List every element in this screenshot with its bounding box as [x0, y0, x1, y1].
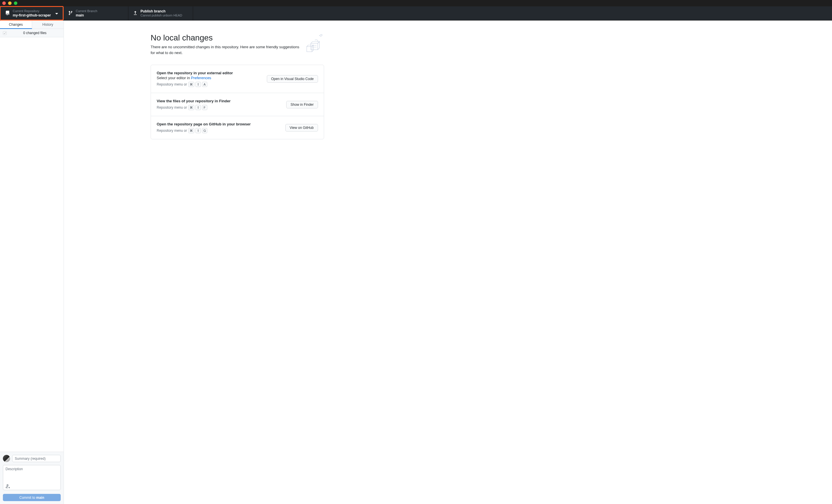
- chevron-down-icon: [55, 11, 58, 16]
- upload-icon: [133, 11, 138, 16]
- commit-description-input[interactable]: [3, 465, 61, 490]
- commit-button[interactable]: Commit to main: [3, 494, 61, 501]
- tab-changes[interactable]: Changes: [0, 21, 32, 29]
- card-title: View the files of your repository in Fin…: [157, 99, 282, 103]
- window-close-button[interactable]: [2, 1, 6, 5]
- card-title: Open the repository page on GitHub in yo…: [157, 122, 281, 126]
- card-view-github: Open the repository page on GitHub in yo…: [151, 116, 324, 139]
- publish-branch-button[interactable]: Publish branch Cannot publish unborn HEA…: [128, 6, 193, 20]
- page-title: No local changes: [151, 33, 300, 43]
- avatar: [3, 455, 10, 462]
- view-on-github-button[interactable]: View on GitHub: [285, 124, 318, 132]
- kbd-letter: A: [202, 82, 207, 87]
- suggestion-cards: Open the repository in your external edi…: [151, 65, 324, 139]
- kbd-letter: G: [202, 128, 208, 133]
- changes-header: 0 changed files: [0, 29, 63, 37]
- toolbar: Current Repository my-first-github-scrap…: [0, 6, 832, 21]
- show-in-finder-button[interactable]: Show in Finder: [286, 101, 318, 108]
- branch-label: Current Branch: [76, 9, 124, 13]
- card-show-finder: View the files of your repository in Fin…: [151, 93, 324, 116]
- add-coauthor-icon[interactable]: [5, 484, 10, 489]
- branch-icon: [68, 11, 73, 16]
- kbd-shift: ⇧: [196, 82, 201, 87]
- page-subtitle: There are no uncommitted changes in this…: [151, 44, 300, 55]
- kbd-cmd: ⌘: [188, 105, 194, 110]
- current-repository-dropdown[interactable]: Current Repository my-first-github-scrap…: [0, 6, 63, 21]
- preferences-link[interactable]: Preferences: [191, 76, 211, 80]
- commit-button-branch: main: [36, 496, 44, 500]
- svg-rect-1: [307, 47, 312, 52]
- titlebar: [0, 0, 832, 6]
- sidebar-tabs: Changes History: [0, 21, 63, 29]
- tab-history[interactable]: History: [32, 21, 64, 29]
- card-title: Open the repository in your external edi…: [157, 71, 262, 75]
- branch-name: main: [76, 13, 124, 17]
- card-subtitle: Select your editor in Preferences: [157, 76, 262, 80]
- main-content: No local changes There are no uncommitte…: [64, 21, 832, 504]
- repo-label: Current Repository: [13, 9, 52, 13]
- commit-button-prefix: Commit to: [19, 496, 36, 500]
- publish-status: Cannot publish unborn HEAD: [140, 14, 188, 17]
- open-in-editor-button[interactable]: Open in Visual Studio Code: [267, 75, 318, 83]
- window-maximize-button[interactable]: [14, 1, 17, 5]
- card-open-editor: Open the repository in your external edi…: [151, 65, 324, 93]
- commit-summary-input[interactable]: [12, 455, 61, 462]
- window-minimize-button[interactable]: [8, 1, 11, 5]
- kbd-cmd: ⌘: [188, 128, 194, 133]
- empty-state-illustration-icon: [306, 33, 324, 53]
- repo-icon: [5, 11, 10, 16]
- card-shortcut: Repository menu or ⌘ ⇧ A: [157, 82, 262, 87]
- card-shortcut: Repository menu or ⌘ ⇧ F: [157, 105, 282, 110]
- commit-form: Commit to main: [0, 452, 63, 504]
- publish-label: Publish branch: [140, 9, 188, 13]
- kbd-cmd: ⌘: [188, 82, 194, 87]
- repo-name: my-first-github-scraper: [13, 13, 52, 17]
- kbd-shift: ⇧: [196, 105, 201, 110]
- sidebar: Changes History 0 changed files: [0, 21, 64, 504]
- current-branch-dropdown[interactable]: Current Branch main: [63, 6, 128, 20]
- kbd-shift: ⇧: [196, 128, 201, 133]
- changed-files-count: 0 changed files: [9, 31, 61, 35]
- select-all-checkbox[interactable]: [3, 31, 7, 35]
- kbd-letter: F: [202, 105, 207, 110]
- card-shortcut: Repository menu or ⌘ ⇧ G: [157, 128, 281, 133]
